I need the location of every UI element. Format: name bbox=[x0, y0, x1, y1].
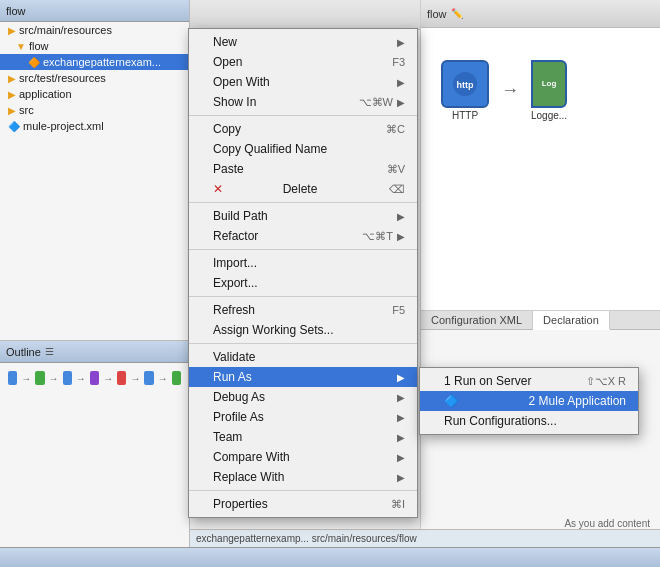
menu-item-refactor[interactable]: Refactor ⌥⌘T ▶ bbox=[189, 226, 417, 246]
menu-shortcut-show-in: ⌥⌘W bbox=[359, 96, 393, 109]
http-box[interactable]: http HTTP bbox=[441, 60, 489, 121]
submenu-arrow: ▶ bbox=[397, 372, 405, 383]
menu-item-show-in[interactable]: Show In ⌥⌘W ▶ bbox=[189, 92, 417, 112]
submenu-item-run-configurations[interactable]: Run Configurations... bbox=[420, 411, 638, 431]
declaration-content bbox=[421, 330, 660, 342]
tree-item-src-test[interactable]: ▶ src/test/resources bbox=[0, 70, 189, 86]
separator-1 bbox=[189, 115, 417, 116]
logger-label: Logge... bbox=[531, 110, 567, 121]
tab-configuration-xml[interactable]: Configuration XML bbox=[421, 311, 533, 329]
menu-label-run-as: Run As bbox=[213, 370, 252, 384]
tab-declaration[interactable]: Declaration bbox=[533, 311, 610, 330]
separator-5 bbox=[189, 343, 417, 344]
menu-item-run-as[interactable]: Run As ▶ bbox=[189, 367, 417, 387]
folder-icon: ▼ bbox=[16, 41, 26, 52]
menu-item-open[interactable]: Open F3 bbox=[189, 52, 417, 72]
menu-item-properties[interactable]: Properties ⌘I bbox=[189, 494, 417, 514]
menu-item-open-with[interactable]: Open With ▶ bbox=[189, 72, 417, 92]
tree-item-label: application bbox=[19, 88, 72, 100]
tree-item-label: flow bbox=[29, 40, 49, 52]
tree-item-label: src/test/resources bbox=[19, 72, 106, 84]
menu-item-compare-with[interactable]: Compare With ▶ bbox=[189, 447, 417, 467]
mini-component-7 bbox=[172, 371, 181, 385]
menu-label-assign-working-sets: Assign Working Sets... bbox=[213, 323, 334, 337]
menu-label-copy-qualified: Copy Qualified Name bbox=[213, 142, 327, 156]
mini-component-4 bbox=[90, 371, 99, 385]
separator-3 bbox=[189, 249, 417, 250]
submenu-item-mule-application[interactable]: 🔷 2 Mule Application bbox=[420, 391, 638, 411]
folder-icon: ▶ bbox=[8, 89, 16, 100]
menu-item-assign-working-sets[interactable]: Assign Working Sets... bbox=[189, 320, 417, 340]
mini-arrow: → bbox=[49, 373, 59, 384]
menu-label-team: Team bbox=[213, 430, 242, 444]
submenu-arrow: ▶ bbox=[397, 77, 405, 88]
tree-item-src-main[interactable]: ▶ src/main/resources bbox=[0, 22, 189, 38]
tab-config-label: Configuration XML bbox=[431, 314, 522, 326]
menu-item-team[interactable]: Team ▶ bbox=[189, 427, 417, 447]
menu-shortcut-copy: ⌘C bbox=[386, 123, 405, 136]
menu-label-show-in: Show In bbox=[213, 95, 256, 109]
delete-icon: ✕ bbox=[213, 182, 223, 196]
logger-icon: Log bbox=[531, 60, 567, 108]
submenu-arrow: ▶ bbox=[397, 452, 405, 463]
tree-item-mule[interactable]: 🔷 mule-project.xml bbox=[0, 118, 189, 134]
http-icon: http bbox=[441, 60, 489, 108]
menu-item-build-path[interactable]: Build Path ▶ bbox=[189, 206, 417, 226]
submenu-arrow: ▶ bbox=[397, 472, 405, 483]
separator-6 bbox=[189, 490, 417, 491]
edit-icon[interactable]: ✏️ bbox=[451, 8, 463, 19]
menu-item-copy-qualified[interactable]: Copy Qualified Name bbox=[189, 139, 417, 159]
separator-4 bbox=[189, 296, 417, 297]
mule-icon: 🔷 bbox=[444, 394, 459, 408]
path-bar: exchangepatternexamp... src/main/resourc… bbox=[190, 529, 660, 547]
outline-icon: ☰ bbox=[45, 346, 54, 357]
submenu-arrow: ▶ bbox=[397, 432, 405, 443]
menu-shortcut-delete: ⌫ bbox=[389, 183, 405, 196]
menu-label-replace-with: Replace With bbox=[213, 470, 284, 484]
menu-label-import: Import... bbox=[213, 256, 257, 270]
menu-item-new[interactable]: New ▶ bbox=[189, 32, 417, 52]
submenu-arrow: ▶ bbox=[397, 37, 405, 48]
menu-item-validate[interactable]: Validate bbox=[189, 347, 417, 367]
submenu-arrow: ▶ bbox=[397, 231, 405, 242]
svg-text:http: http bbox=[457, 80, 474, 90]
menu-item-paste[interactable]: Paste ⌘V bbox=[189, 159, 417, 179]
menu-item-import[interactable]: Import... bbox=[189, 253, 417, 273]
http-svg: http bbox=[451, 70, 479, 98]
tree-item-label: exchangepatternexam... bbox=[43, 56, 161, 68]
submenu-label-run-on-server: 1 Run on Server bbox=[444, 374, 531, 388]
menu-label-refresh: Refresh bbox=[213, 303, 255, 317]
menu-shortcut-refactor: ⌥⌘T bbox=[362, 230, 393, 243]
logger-box[interactable]: Log Logge... bbox=[531, 60, 567, 121]
flow-toolbar: flow ✏️ bbox=[421, 0, 660, 28]
run-as-submenu: 1 Run on Server ⇧⌥X R 🔷 2 Mule Applicati… bbox=[419, 367, 639, 435]
mini-component-6 bbox=[144, 371, 153, 385]
menu-shortcut-open: F3 bbox=[392, 56, 405, 68]
mini-component-2 bbox=[35, 371, 44, 385]
menu-item-profile-as[interactable]: Profile As ▶ bbox=[189, 407, 417, 427]
menu-item-copy[interactable]: Copy ⌘C bbox=[189, 119, 417, 139]
menu-item-refresh[interactable]: Refresh F5 bbox=[189, 300, 417, 320]
logger-svg: Log bbox=[539, 70, 559, 98]
tree-item-exchange[interactable]: 🔶 exchangepatternexam... bbox=[0, 54, 189, 70]
menu-item-debug-as[interactable]: Debug As ▶ bbox=[189, 387, 417, 407]
mini-arrow: → bbox=[76, 373, 86, 384]
right-toolbar bbox=[190, 0, 420, 30]
left-panel-header: flow bbox=[0, 0, 189, 22]
tree-item-application[interactable]: ▶ application bbox=[0, 86, 189, 102]
menu-label-export: Export... bbox=[213, 276, 258, 290]
tree-item-label: src/main/resources bbox=[19, 24, 112, 36]
submenu-arrow: ▶ bbox=[397, 97, 405, 108]
menu-item-replace-with[interactable]: Replace With ▶ bbox=[189, 467, 417, 487]
menu-item-export[interactable]: Export... bbox=[189, 273, 417, 293]
tabs-bar: Configuration XML Declaration bbox=[421, 311, 660, 330]
menu-item-delete[interactable]: ✕ Delete ⌫ bbox=[189, 179, 417, 199]
folder-icon: ▶ bbox=[8, 25, 16, 36]
tree-item-flow[interactable]: ▼ flow bbox=[0, 38, 189, 54]
menu-label-properties: Properties bbox=[213, 497, 268, 511]
menu-label-copy: Copy bbox=[213, 122, 241, 136]
submenu-item-run-on-server[interactable]: 1 Run on Server ⇧⌥X R bbox=[420, 371, 638, 391]
tree-item-src[interactable]: ▶ src bbox=[0, 102, 189, 118]
http-component-area: http HTTP → Log Logge... bbox=[441, 60, 567, 121]
menu-label-debug-as: Debug As bbox=[213, 390, 265, 404]
